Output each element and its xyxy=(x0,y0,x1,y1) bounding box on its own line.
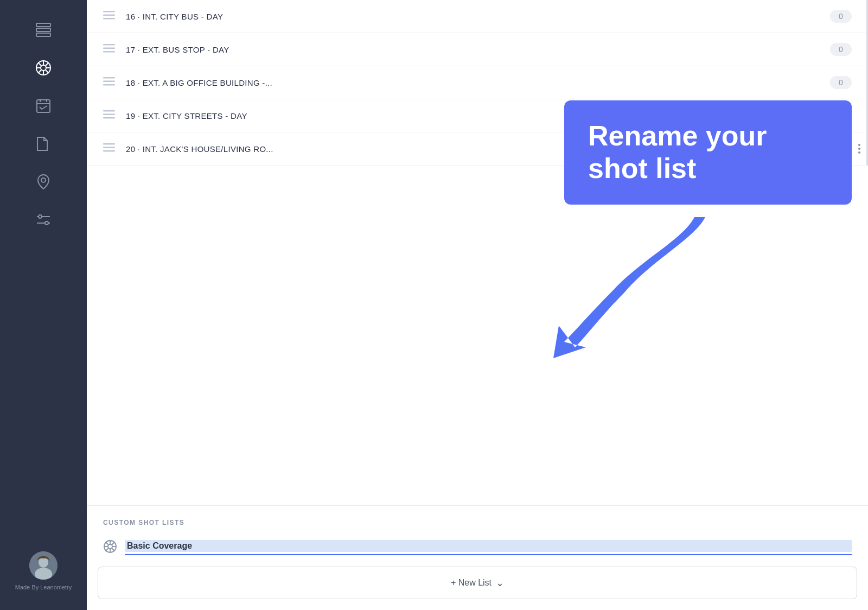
avatar[interactable] xyxy=(29,551,58,580)
scene-row-18: 18 · EXT. A BIG OFFICE BUILDING -... 0 xyxy=(87,66,868,99)
main-content: 16 · INT. CITY BUS - DAY 0 17 · EXT. BUS… xyxy=(87,0,868,610)
svg-line-47 xyxy=(112,549,115,551)
svg-rect-27 xyxy=(103,18,115,20)
svg-line-49 xyxy=(106,549,108,551)
scene-list: 16 · INT. CITY BUS - DAY 0 17 · EXT. BUS… xyxy=(87,0,868,505)
svg-point-20 xyxy=(39,215,42,218)
svg-rect-31 xyxy=(103,77,115,79)
svg-rect-29 xyxy=(103,48,115,49)
svg-rect-28 xyxy=(103,44,115,46)
svg-rect-13 xyxy=(37,100,50,112)
scene-shot-count: 0 xyxy=(830,10,852,23)
svg-rect-25 xyxy=(103,11,115,12)
custom-list-input-wrap xyxy=(125,540,852,555)
svg-rect-33 xyxy=(103,84,115,86)
scene-drag-icon xyxy=(103,110,115,121)
svg-line-11 xyxy=(46,63,49,66)
sidebar-item-scenes[interactable] xyxy=(30,16,57,43)
scene-item[interactable]: 19 · EXT. CITY STREETS - DAY 0 xyxy=(87,99,868,132)
scene-drag-icon xyxy=(103,143,115,154)
scene-item[interactable]: 17 · EXT. BUS STOP - DAY 0 xyxy=(87,33,868,66)
svg-line-46 xyxy=(106,542,108,545)
svg-point-21 xyxy=(45,221,48,225)
svg-rect-2 xyxy=(36,33,50,36)
svg-rect-37 xyxy=(103,143,115,145)
svg-line-9 xyxy=(39,63,42,66)
sidebar-item-settings[interactable] xyxy=(30,206,57,233)
sidebar-item-camera[interactable] xyxy=(30,54,57,81)
scene-row-17: 17 · EXT. BUS STOP - DAY 0 xyxy=(87,33,868,66)
scene-row-20: 20 · INT. JACK'S HOUSE/LIVING RO... 0 xyxy=(87,132,868,166)
chevron-down-icon: ⌄ xyxy=(496,577,504,589)
svg-line-48 xyxy=(112,542,115,545)
scene-drag-icon xyxy=(103,77,115,88)
sidebar-user-label: Made By Leanometry xyxy=(15,584,72,590)
svg-line-10 xyxy=(46,70,49,73)
scene-drag-icon xyxy=(103,44,115,55)
custom-section-title: CUSTOM SHOT LISTS xyxy=(103,519,852,526)
scene-name: 20 · INT. JACK'S HOUSE/LIVING RO... xyxy=(126,144,830,154)
sidebar: Made By Leanometry xyxy=(0,0,87,610)
svg-rect-30 xyxy=(103,51,115,53)
new-list-button[interactable]: + New List ⌄ xyxy=(98,567,857,599)
sidebar-item-location[interactable] xyxy=(30,168,57,195)
svg-point-17 xyxy=(41,178,46,182)
scene-drag-icon xyxy=(103,11,115,22)
avatar-image xyxy=(29,551,58,580)
svg-point-41 xyxy=(108,544,112,549)
svg-line-12 xyxy=(39,70,42,73)
scene-shot-count: 0 xyxy=(830,142,852,155)
more-dots-icon xyxy=(858,144,860,154)
svg-rect-38 xyxy=(103,147,115,149)
svg-rect-1 xyxy=(36,28,50,31)
custom-shot-lists-section: CUSTOM SHOT LISTS xyxy=(87,505,868,567)
scene-row-16: 16 · INT. CITY BUS - DAY 0 xyxy=(87,0,868,33)
sidebar-item-schedule[interactable] xyxy=(30,92,57,119)
svg-rect-32 xyxy=(103,81,115,82)
shot-list-aperture-icon xyxy=(103,539,117,556)
svg-rect-0 xyxy=(36,23,50,27)
scene-item[interactable]: 18 · EXT. A BIG OFFICE BUILDING -... 0 xyxy=(87,66,868,99)
scene-shot-count: 0 xyxy=(830,109,852,122)
svg-point-4 xyxy=(41,65,46,71)
new-list-label: + New List xyxy=(451,578,492,588)
scene-name: 19 · EXT. CITY STREETS - DAY xyxy=(126,111,830,120)
scene-row-19: 19 · EXT. CITY STREETS - DAY 0 xyxy=(87,99,868,132)
scene-item[interactable]: 20 · INT. JACK'S HOUSE/LIVING RO... 0 xyxy=(87,132,868,166)
svg-rect-35 xyxy=(103,114,115,116)
scene-name: 17 · EXT. BUS STOP - DAY xyxy=(126,45,830,54)
scene-more-button[interactable] xyxy=(855,141,864,157)
svg-rect-36 xyxy=(103,117,115,119)
svg-rect-34 xyxy=(103,110,115,112)
scene-item[interactable]: 16 · INT. CITY BUS - DAY 0 xyxy=(87,0,868,33)
scene-name: 16 · INT. CITY BUS - DAY xyxy=(126,12,830,21)
scene-shot-count: 0 xyxy=(830,43,852,56)
shot-list-name-input[interactable] xyxy=(125,540,852,552)
svg-rect-39 xyxy=(103,150,115,152)
svg-rect-26 xyxy=(103,15,115,16)
scene-shot-count: 0 xyxy=(830,76,852,89)
scene-name: 18 · EXT. A BIG OFFICE BUILDING -... xyxy=(126,78,830,87)
sidebar-item-files[interactable] xyxy=(30,130,57,157)
custom-list-item xyxy=(103,535,852,558)
